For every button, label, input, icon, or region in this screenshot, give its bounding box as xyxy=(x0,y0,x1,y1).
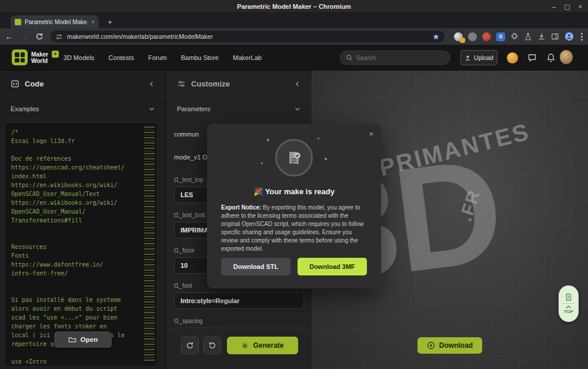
address-bar[interactable]: makerworld.com/en/makerlab/parametricMod… xyxy=(51,31,445,42)
code-panel-title: Code xyxy=(25,79,44,88)
window-title: Parametric Model Maker – Chromium xyxy=(237,3,351,10)
code-icon xyxy=(11,79,19,88)
sparkle-decoration xyxy=(261,162,263,164)
refresh-button[interactable] xyxy=(181,337,199,354)
toolbar-extensions: S xyxy=(454,31,584,42)
code-editor[interactable]: /* Essai logo li3d.fr Doc de références … xyxy=(5,122,158,367)
browser-toolbar: ← → makerworld.com/en/makerlab/parametri… xyxy=(0,28,588,45)
extension-badge xyxy=(460,38,465,43)
download-3mf-button[interactable]: Download 3MF xyxy=(298,258,367,275)
generate-button[interactable]: Generate xyxy=(227,337,298,354)
extension-icon[interactable] xyxy=(482,32,491,41)
chevron-down-icon xyxy=(294,105,301,112)
param-t1-spacing: t1_spacing xyxy=(174,318,304,330)
scroll-widget: TOP xyxy=(559,285,579,322)
folder-icon xyxy=(68,335,76,344)
examples-dropdown[interactable]: Examples xyxy=(0,98,166,120)
parameters-dropdown[interactable]: Parameters xyxy=(166,98,312,120)
undo-button[interactable] xyxy=(203,337,221,354)
window-titlebar: Parametric Model Maker – Chromium – ▢ × xyxy=(0,0,588,13)
back-icon[interactable]: ← xyxy=(2,30,15,43)
browser-tab[interactable]: Parametric Model Make... × xyxy=(11,15,99,28)
screen: Parametric Model Maker – Chromium – ▢ × … xyxy=(0,0,588,369)
bookmark-star-icon[interactable] xyxy=(432,33,440,41)
modal-title: 🎉 Your make is ready xyxy=(207,187,381,196)
modal-close-icon[interactable]: × xyxy=(369,129,373,138)
editor-minimap[interactable] xyxy=(144,127,155,363)
chevron-down-icon xyxy=(148,105,155,112)
modal-buttons: Download STL Download 3MF xyxy=(221,258,367,275)
tab-title: Parametric Model Make... xyxy=(25,19,88,25)
site-info-icon[interactable] xyxy=(55,33,63,41)
window-controls: – ▢ × xyxy=(552,0,582,13)
site-header: Maker World + 3D Models Contests Forum B… xyxy=(0,45,588,71)
sliders-icon xyxy=(177,79,186,88)
open-file-button[interactable]: Open xyxy=(54,331,112,348)
user-avatar[interactable] xyxy=(560,51,573,64)
reload-icon[interactable] xyxy=(33,30,46,43)
extensions-puzzle-icon[interactable] xyxy=(510,32,519,41)
logo-text: Maker World xyxy=(31,51,48,64)
upload-icon xyxy=(465,55,471,61)
credits-coin-icon[interactable] xyxy=(506,51,519,64)
upload-button[interactable]: Upload xyxy=(460,50,497,65)
new-tab-button[interactable]: + xyxy=(105,16,115,27)
search-icon xyxy=(346,54,353,61)
main-nav: 3D Models Contests Forum Bambu Store Mak… xyxy=(64,45,262,71)
nav-makerlab[interactable]: MakerLab xyxy=(233,54,262,61)
makerworld-logo-icon xyxy=(12,49,28,65)
customize-panel-header: Customize xyxy=(166,71,312,98)
lab-flask-icon[interactable] xyxy=(524,32,532,41)
tab-favicon-icon xyxy=(15,19,21,25)
download-button[interactable]: Download xyxy=(417,337,482,354)
t1-font-input[interactable]: Intro:style=Regular xyxy=(174,292,304,309)
scroll-to-top-button[interactable]: TOP xyxy=(564,305,573,314)
sparkle-decoration xyxy=(325,158,327,160)
make-ready-modal: × 🎉 Your make is ready Export Notice: By… xyxy=(207,124,381,288)
collapse-left-icon[interactable] xyxy=(148,81,155,88)
sparkle-decoration xyxy=(318,138,319,139)
gear-icon xyxy=(241,342,249,350)
forward-icon[interactable]: → xyxy=(18,30,31,43)
search-placeholder: Search xyxy=(356,54,376,61)
modal-export-notice: Export Notice: By exporting this model, … xyxy=(221,204,367,253)
extension-icon[interactable] xyxy=(454,32,463,41)
messages-icon[interactable] xyxy=(526,51,539,64)
sparkle-decoration xyxy=(267,139,269,141)
nav-forum[interactable]: Forum xyxy=(148,54,167,61)
close-button[interactable]: × xyxy=(579,4,582,10)
nav-contests[interactable]: Contests xyxy=(109,54,134,61)
browser-tabstrip: Parametric Model Make... × + xyxy=(0,13,588,28)
tab-close-icon[interactable]: × xyxy=(91,19,95,25)
downloads-icon[interactable] xyxy=(537,32,546,41)
code-panel-header: Code xyxy=(0,71,166,98)
browser-menu-icon[interactable] xyxy=(579,33,584,41)
customize-footer: Generate xyxy=(166,330,312,369)
maximize-button[interactable]: ▢ xyxy=(564,4,570,10)
script-doc-icon[interactable] xyxy=(564,293,573,301)
notifications-bell-icon[interactable] xyxy=(544,51,557,64)
search-input[interactable]: Search xyxy=(340,51,450,65)
logo-plus-badge: + xyxy=(52,51,59,58)
customize-panel-title: Customize xyxy=(191,79,230,88)
document-check-icon xyxy=(275,139,313,177)
collapse-left-icon[interactable] xyxy=(294,81,301,88)
download-circle-icon xyxy=(427,341,435,350)
nav-3d-models[interactable]: 3D Models xyxy=(64,54,95,61)
makerworld-logo[interactable]: Maker World + xyxy=(12,49,59,65)
nav-bambu-store[interactable]: Bambu Store xyxy=(181,54,219,61)
side-panel-icon[interactable] xyxy=(551,32,559,41)
extension-s-icon[interactable]: S xyxy=(496,32,505,41)
url-text[interactable]: makerworld.com/en/makerlab/parametricMod… xyxy=(67,33,428,40)
code-panel: Code Examples /* Essai logo li3d.fr Doc … xyxy=(0,71,166,369)
extension-icon[interactable] xyxy=(468,32,477,41)
download-stl-button[interactable]: Download STL xyxy=(221,258,290,275)
profile-avatar-icon[interactable] xyxy=(564,32,574,41)
minimize-button[interactable]: – xyxy=(552,4,556,10)
